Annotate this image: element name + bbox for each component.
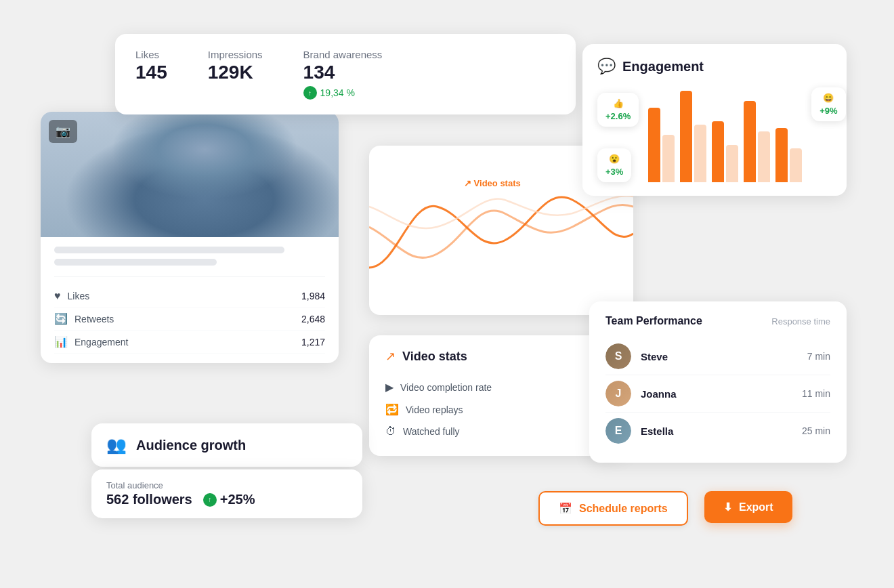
trending-icon: ↗	[385, 349, 396, 364]
brand-value: 134	[303, 62, 383, 83]
replays-label: Video replays	[406, 404, 463, 415]
total-row: 562 followers ↑ +25%	[106, 492, 347, 507]
video-stat-watched: ⏱ Watched fully 12	[385, 421, 610, 442]
metric-retweets-label: Retweets	[74, 314, 114, 324]
team-title: Team Performance	[605, 315, 702, 327]
engagement-card: 💬 Engagement 👍 +2.6% 😮 +3%	[582, 44, 847, 196]
watched-left: ⏱ Watched fully	[385, 425, 460, 438]
audience-title: Audience growth	[136, 438, 246, 453]
bar-group-5	[775, 128, 802, 182]
audience-growth-card: 👥 Audience growth	[91, 423, 362, 467]
clock-icon: ⏱	[385, 425, 396, 438]
engagement-header: 💬 Engagement	[597, 58, 832, 75]
svg-text:↗ Video stats: ↗ Video stats	[464, 178, 521, 188]
growth-pct: +25%	[220, 492, 255, 507]
wow-emoji: 😮	[609, 154, 620, 164]
metric-likes-value: 1,984	[301, 291, 325, 301]
bar-light-5	[790, 148, 802, 182]
team-card: Team Performance Response time S Steve 7…	[589, 301, 847, 463]
team-row-estella: E Estella 25 min	[605, 413, 830, 449]
schedule-icon: 📅	[559, 502, 572, 515]
team-header: Team Performance Response time	[605, 315, 830, 327]
avatar-steve: S	[605, 343, 631, 369]
bar-dark-1	[648, 108, 660, 182]
export-icon: ⬇	[723, 501, 732, 513]
bar-light-4	[758, 131, 770, 182]
team-time-estella: 25 min	[802, 425, 830, 436]
impressions-stat: Impressions 129K	[208, 49, 263, 83]
thumbsup-badge: 👍 +2.6%	[597, 93, 639, 127]
engagement-title: Engagement	[622, 59, 704, 75]
brand-label: Brand awareness	[303, 49, 383, 60]
metric-engagement-label: Engagement	[74, 337, 128, 348]
bar-dark-5	[775, 128, 788, 182]
play-icon: ▶	[385, 381, 393, 394]
metric-engagement-value: 1,217	[301, 337, 325, 348]
likes-value: 145	[135, 62, 167, 83]
engagement-bars	[648, 87, 802, 182]
video-stats-title: Video stats	[402, 350, 467, 364]
engagement-bar-icon: 📊	[54, 335, 68, 348]
bar-dark-3	[712, 121, 724, 182]
total-audience-card: Total audience 562 followers ↑ +25%	[91, 469, 362, 518]
video-stat-completion: ▶ Video completion rate 3	[385, 376, 610, 398]
bar-group-2	[680, 91, 706, 182]
avatar-estella: E	[605, 418, 631, 444]
bar-dark-4	[744, 101, 756, 182]
metric-likes-label: Likes	[68, 291, 90, 301]
watched-label: Watched fully	[403, 426, 460, 437]
team-subtitle: Response time	[771, 316, 830, 327]
haha-emoji: 😄	[823, 93, 834, 103]
replays-left: 🔁 Video replays	[385, 403, 463, 416]
likes-stat: Likes 145	[135, 49, 167, 83]
total-label: Total audience	[106, 480, 347, 490]
impressions-value: 129K	[208, 62, 263, 83]
team-row-steve: S Steve 7 min	[605, 338, 830, 375]
likes-label: Likes	[135, 49, 167, 60]
total-growth: ↑ +25%	[203, 492, 255, 507]
export-button[interactable]: ⬇ Export	[704, 491, 792, 523]
post-metrics: ♥ Likes 1,984 🔄 Retweets 2,648 📊 Engagem…	[54, 276, 325, 354]
avatar-joanna: J	[605, 381, 631, 406]
completion-label: Video completion rate	[400, 382, 492, 393]
schedule-reports-button[interactable]: 📅 Schedule reports	[538, 491, 688, 526]
team-time-joanna: 11 min	[802, 388, 830, 399]
video-stat-replays: 🔁 Video replays 55	[385, 398, 610, 421]
wow-badge: 😮 +3%	[597, 148, 631, 182]
metric-likes-left: ♥ Likes	[54, 290, 89, 302]
stats-card: Likes 145 Impressions 129K Brand awarene…	[115, 34, 576, 114]
bar-dark-2	[680, 91, 692, 182]
haha-badge: 😄 +9%	[811, 87, 845, 121]
bar-group-4	[744, 101, 770, 182]
thumbsup-emoji: 👍	[613, 98, 624, 108]
schedule-label: Schedule reports	[579, 503, 668, 515]
metric-likes: ♥ Likes 1,984	[54, 285, 325, 308]
engagement-body: 👍 +2.6% 😮 +3%	[597, 87, 832, 182]
bar-light-2	[694, 125, 706, 182]
team-row-joanna: J Joanna 11 min	[605, 375, 830, 413]
bar-group-3	[712, 121, 738, 182]
team-time-steve: 7 min	[807, 351, 830, 362]
impressions-label: Impressions	[208, 49, 263, 60]
retweet-icon: 🔄	[54, 312, 68, 325]
post-text-line-1	[54, 247, 284, 253]
video-stats-header: ↗ Video stats	[385, 349, 610, 364]
metric-retweets-left: 🔄 Retweets	[54, 312, 114, 325]
team-name-steve: Steve	[641, 351, 798, 362]
bar-group-1	[648, 108, 675, 182]
team-name-joanna: Joanna	[641, 388, 792, 400]
total-value: 562 followers	[106, 492, 192, 507]
export-label: Export	[739, 501, 773, 513]
metric-retweets: 🔄 Retweets 2,648	[54, 308, 325, 331]
post-text-line-2	[54, 259, 217, 266]
arrow-up-icon: ↑	[303, 86, 317, 100]
bar-light-3	[726, 145, 738, 182]
replay-icon: 🔁	[385, 403, 399, 416]
metric-engagement: 📊 Engagement 1,217	[54, 331, 325, 354]
completion-left: ▶ Video completion rate	[385, 381, 492, 394]
brand-stat: Brand awareness 134 ↑ 19,34 %	[303, 49, 383, 100]
team-name-estella: Estella	[641, 425, 792, 437]
metric-engagement-left: 📊 Engagement	[54, 335, 128, 348]
video-camera-icon: 📷	[49, 120, 77, 143]
bar-light-1	[662, 135, 675, 182]
